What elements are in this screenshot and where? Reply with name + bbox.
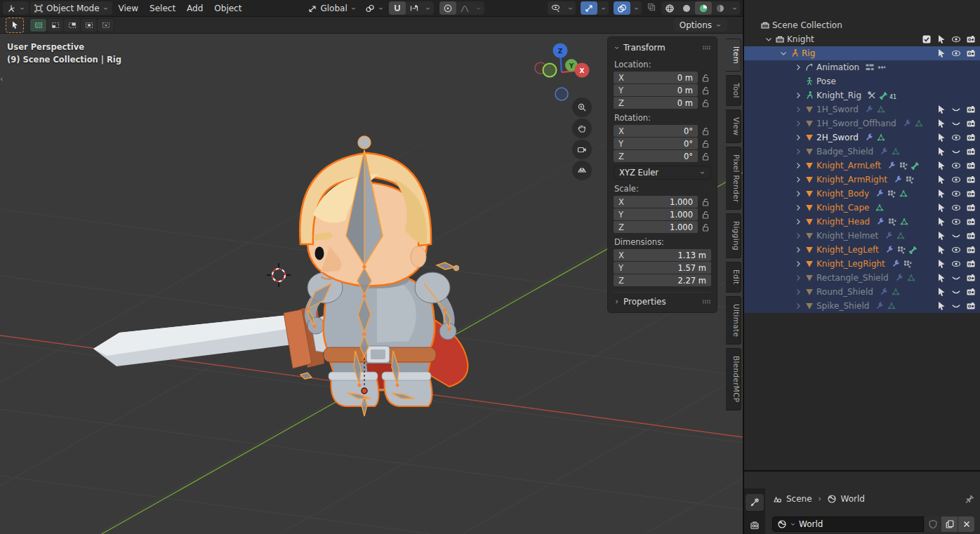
outliner-row-spike_shield[interactable]: Spike_Shield (744, 299, 980, 313)
navigation-gizmo[interactable]: Z Y X (528, 39, 595, 107)
ortho-toggle-button[interactable] (572, 161, 592, 180)
chevron-right-icon[interactable] (793, 133, 803, 142)
lock-icon[interactable] (700, 210, 711, 220)
render-visibility-icon[interactable] (966, 231, 976, 241)
location-y-field[interactable]: Y0 m (614, 84, 698, 96)
eye-closed-icon[interactable] (951, 147, 961, 156)
chevron-right-icon[interactable] (793, 273, 803, 283)
eye-open-icon[interactable] (951, 133, 961, 142)
falloff[interactable] (456, 1, 473, 15)
options-button[interactable]: Options (674, 18, 727, 32)
chevron-right-icon[interactable] (793, 301, 803, 311)
render-visibility-icon[interactable] (966, 287, 976, 297)
render-visibility-icon[interactable] (966, 34, 976, 44)
zoom-button[interactable] (572, 98, 592, 117)
tab-edit[interactable]: Edit (726, 262, 741, 293)
show-gizmo-toggle[interactable] (581, 1, 597, 15)
chevron-right-icon[interactable] (793, 91, 803, 100)
shading-material[interactable] (695, 1, 712, 15)
rotation-z-field[interactable]: Z0° (614, 150, 698, 162)
chevron-right-icon[interactable] (793, 175, 803, 185)
tab-ultimate[interactable]: Ultimate (726, 296, 741, 345)
select-mode-set[interactable] (30, 19, 46, 32)
selectable-icon[interactable] (936, 105, 946, 114)
lock-icon[interactable] (700, 139, 711, 149)
selectable-icon[interactable] (936, 301, 946, 311)
location-x-field[interactable]: X0 m (614, 72, 698, 84)
dimensions-y-field[interactable]: Y1.57 m (614, 262, 711, 274)
tab-view[interactable]: View (726, 109, 741, 143)
chevron-right-icon[interactable] (793, 259, 803, 269)
pan-button[interactable] (572, 119, 592, 138)
breadcrumb-scene[interactable]: Scene (786, 494, 812, 504)
eye-open-icon[interactable] (951, 34, 961, 44)
eye-open-icon[interactable] (951, 217, 961, 227)
select-mode-extend[interactable] (47, 19, 63, 32)
eye-closed-icon[interactable] (951, 273, 961, 283)
lock-icon[interactable] (700, 197, 711, 207)
render-properties-tab[interactable] (746, 518, 764, 534)
lock-icon[interactable] (700, 86, 711, 95)
render-visibility-icon[interactable] (966, 105, 976, 114)
chevron-down-icon[interactable] (778, 48, 788, 58)
render-visibility-icon[interactable] (966, 48, 976, 58)
selectable-icon[interactable] (936, 161, 946, 171)
render-visibility-icon[interactable] (966, 273, 976, 283)
menu-view[interactable]: View (114, 1, 143, 15)
render-visibility-icon[interactable] (966, 189, 976, 199)
render-visibility-icon[interactable] (966, 259, 976, 269)
tab-item[interactable]: Item (726, 39, 741, 72)
world-name-field[interactable]: World (772, 516, 924, 532)
snap-toggle[interactable] (389, 1, 406, 15)
tool-properties-tab[interactable] (746, 494, 764, 511)
render-visibility-icon[interactable] (966, 217, 976, 227)
menu-object[interactable]: Object (209, 1, 246, 15)
outliner-row-animation[interactable]: Animation (744, 60, 980, 74)
outliner-row-knight_legleft[interactable]: Knight_LegLeft (744, 243, 980, 257)
lock-icon[interactable] (700, 152, 711, 161)
selectable-icon[interactable] (936, 231, 946, 241)
outliner-row-knight_rig[interactable]: Knight_Rig41 (744, 88, 980, 102)
breadcrumb-world[interactable]: World (841, 494, 865, 504)
location-z-field[interactable]: Z0 m (614, 97, 698, 109)
unlink-button[interactable] (958, 516, 974, 532)
chevron-right-icon[interactable] (793, 217, 803, 227)
selectable-icon[interactable] (936, 287, 946, 297)
chevron-right-icon[interactable] (793, 147, 803, 156)
visibility-dropdown[interactable] (564, 1, 576, 15)
checkbox-icon[interactable] (922, 34, 932, 44)
outliner-row-rig[interactable]: Rig (744, 46, 980, 60)
eye-closed-icon[interactable] (951, 231, 961, 241)
editor-type-button[interactable] (3, 1, 29, 15)
render-visibility-icon[interactable] (966, 203, 976, 213)
active-tool-button[interactable] (6, 18, 24, 33)
lock-icon[interactable] (700, 126, 711, 136)
selectable-icon[interactable] (936, 48, 946, 58)
select-mode-subtract[interactable] (64, 19, 80, 32)
camera-view-button[interactable] (572, 140, 592, 159)
eye-open-icon[interactable] (951, 203, 961, 213)
eye-closed-icon[interactable] (951, 105, 961, 114)
eye-open-icon[interactable] (951, 245, 961, 255)
render-visibility-icon[interactable] (966, 133, 976, 142)
render-visibility-icon[interactable] (966, 245, 976, 255)
select-mode-intersect[interactable] (98, 19, 114, 32)
mode-selector[interactable]: Object Mode (30, 1, 112, 15)
chevron-right-icon[interactable] (793, 189, 803, 199)
proportional-toggle[interactable] (439, 1, 456, 15)
outliner-row-badge_shield[interactable]: Badge_Shield (744, 145, 980, 159)
eye-closed-icon[interactable] (951, 287, 961, 297)
shading-solid[interactable] (678, 1, 695, 15)
copy-datablock-button[interactable] (941, 516, 958, 532)
chevron-right-icon[interactable] (793, 203, 803, 213)
render-visibility-icon[interactable] (966, 161, 976, 171)
transform-panel-header[interactable]: Transform (614, 41, 711, 55)
selectable-icon[interactable] (936, 175, 946, 185)
selectable-icon[interactable] (936, 259, 946, 269)
outliner-row-pose[interactable]: Pose (744, 74, 980, 88)
toolbar-expand-arrow[interactable]: ‹ (0, 74, 3, 84)
eye-open-icon[interactable] (951, 259, 961, 269)
pivot-point[interactable] (362, 1, 388, 15)
selectable-icon[interactable] (936, 34, 946, 44)
drag-grip-icon[interactable] (701, 297, 711, 307)
